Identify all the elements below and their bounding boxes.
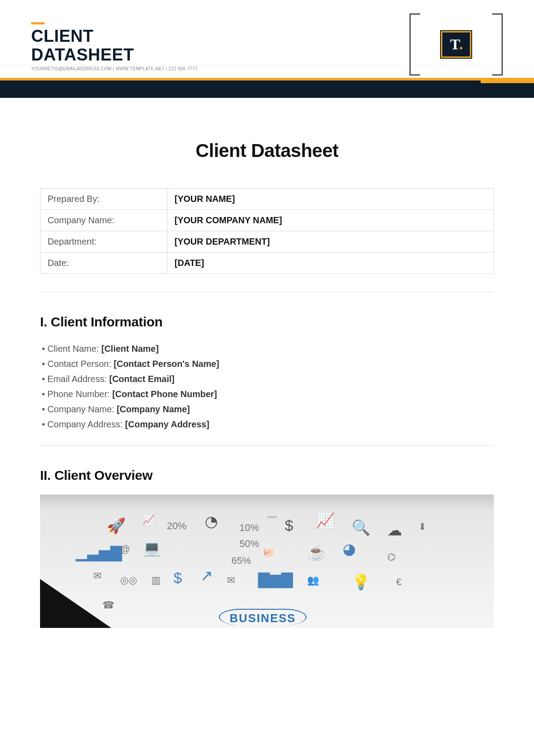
logo-dot: . xyxy=(459,36,462,53)
rocket-icon: 🚀 xyxy=(107,517,125,535)
meta-table: Prepared By:[YOUR NAME]Company Name:[YOU… xyxy=(40,188,494,274)
field-label: Email Address: xyxy=(48,374,109,384)
arrow-icon: ↗ xyxy=(200,567,213,584)
euro-icon: € xyxy=(396,576,401,588)
document-header: CLIENT DATASHEET YOURNETIS@EMAILADDRESS.… xyxy=(0,0,534,100)
at-icon: @ xyxy=(120,543,130,555)
logo-letter: T xyxy=(450,36,459,53)
bracket-right-icon xyxy=(492,13,503,76)
field-label: Contact Person: xyxy=(48,359,114,369)
section-client-overview-heading: II. Client Overview xyxy=(40,468,494,483)
people-icon: 👥 xyxy=(307,575,319,586)
list-item: Client Name: [Client Name] xyxy=(40,341,494,356)
download-icon: ⬇ xyxy=(418,521,426,533)
field-value: [Client Name] xyxy=(101,344,159,354)
logo-frame: T. xyxy=(409,13,503,76)
meta-value: [YOUR DEPARTMENT] xyxy=(167,231,494,253)
field-value: [Company Address] xyxy=(125,419,209,429)
client-information-list: Client Name: [Client Name]Contact Person… xyxy=(40,341,494,432)
chart-up-icon: 📈 xyxy=(316,511,335,529)
meta-value: [YOUR COMPANY NAME] xyxy=(167,210,494,231)
overview-illustration: 🚀 📈 20% ◔ 10% 〰 $ 📈 🔍 ☁ ⬇ ▁▃▅▇ @ 💻 50% 6… xyxy=(40,495,494,628)
meta-label: Prepared By: xyxy=(40,189,167,210)
mail-icon: ✉ xyxy=(227,575,235,586)
accent-bar xyxy=(31,22,44,24)
table-row: Department:[YOUR DEPARTMENT] xyxy=(40,231,494,253)
wave-icon: 〰 xyxy=(267,512,277,524)
field-value: [Contact Email] xyxy=(109,374,175,384)
page-title: Client Datasheet xyxy=(40,140,494,161)
piechart-icon: ◕ xyxy=(343,540,356,558)
meta-value: [DATE] xyxy=(167,253,494,274)
list-item: Company Name: [Company Name] xyxy=(40,402,494,417)
coffee-icon: ☕ xyxy=(307,543,326,561)
table-row: Prepared By:[YOUR NAME] xyxy=(40,189,494,210)
divider xyxy=(40,292,494,292)
dollar-icon: $ xyxy=(285,517,293,534)
meta-label: Date: xyxy=(40,253,167,274)
lightbulb-icon: 💡 xyxy=(352,573,370,591)
list-item: Contact Person: [Contact Person's Name] xyxy=(40,356,494,371)
header-title-line2: DATASHEET xyxy=(31,45,134,64)
divider xyxy=(40,445,494,446)
stock-icon: 📈 xyxy=(142,514,154,526)
doodle-layer: 🚀 📈 20% ◔ 10% 〰 $ 📈 🔍 ☁ ⬇ ▁▃▅▇ @ 💻 50% 6… xyxy=(67,512,467,628)
field-value: [Contact Phone Number] xyxy=(112,389,217,399)
field-label: Phone Number: xyxy=(48,389,113,399)
bars-icon: ▇▆▇ xyxy=(258,570,293,588)
laptop-icon: 💻 xyxy=(142,539,161,557)
field-value: [Contact Person's Name] xyxy=(114,359,219,369)
list-item: Phone Number: [Contact Phone Number] xyxy=(40,386,494,402)
cloud-icon: ☁ xyxy=(387,521,402,539)
meta-value: [YOUR NAME] xyxy=(167,189,494,210)
piggybank-icon: 🐖 xyxy=(263,547,275,559)
table-row: Date:[DATE] xyxy=(40,253,494,274)
document-body: Client Datasheet Prepared By:[YOUR NAME]… xyxy=(0,100,534,628)
overview-banner-word: BUSINESS xyxy=(219,609,307,625)
section-client-information-heading: I. Client Information xyxy=(40,314,494,330)
header-title-line1: CLIENT xyxy=(31,27,93,45)
piechart-icon: ◔ xyxy=(205,512,218,530)
list-item: Email Address: [Contact Email] xyxy=(40,371,494,386)
field-label: Client Name: xyxy=(48,344,101,354)
header-banner xyxy=(0,78,534,98)
percent-annotation: 10% xyxy=(239,522,259,534)
brand-logo: T. xyxy=(441,31,471,58)
list-item: Company Address: [Company Address] xyxy=(40,417,494,432)
sitemap-icon: ⌬ xyxy=(387,551,396,563)
meta-label: Company Name: xyxy=(40,210,167,231)
percent-annotation: 20% xyxy=(167,520,186,532)
percent-annotation: 50% xyxy=(239,538,259,550)
barchart-icon: ▁▃▅▇ xyxy=(76,543,122,561)
bracket-left-icon xyxy=(409,13,420,76)
field-label: Company Name: xyxy=(48,404,117,414)
meta-label: Department: xyxy=(40,231,167,253)
field-value: [Company Name] xyxy=(117,404,190,414)
coins-icon: ◎◎ xyxy=(120,575,137,586)
table-row: Company Name:[YOUR COMPANY NAME] xyxy=(40,210,494,231)
percent-annotation: 65% xyxy=(231,555,251,567)
corner-shape xyxy=(40,579,111,628)
dollar-icon: $ xyxy=(174,569,182,587)
meta-table-body: Prepared By:[YOUR NAME]Company Name:[YOU… xyxy=(40,189,494,274)
header-banner-accent xyxy=(481,78,534,83)
bars-icon: ▥ xyxy=(151,575,161,586)
magnifier-icon: 🔍 xyxy=(352,519,370,536)
field-label: Company Address: xyxy=(48,419,125,429)
